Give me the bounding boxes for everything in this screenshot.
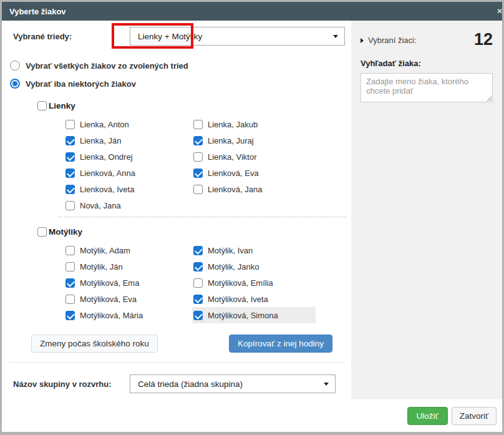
student-checkbox[interactable] <box>65 169 75 178</box>
student-checkbox[interactable] <box>193 278 203 288</box>
student-name-label: Lienka, Ján <box>80 136 122 145</box>
student-name-label: Lienková, Jana <box>208 185 262 194</box>
student-row[interactable]: Motýlik, Ján <box>64 258 188 275</box>
student-row[interactable]: Motýliková, Iveta <box>192 291 316 307</box>
close-button[interactable]: Zatvoriť <box>452 407 497 425</box>
student-row[interactable]: Motýliková, Ema <box>64 275 188 291</box>
student-row-highlighted[interactable]: Motýliková, Simona <box>192 307 316 323</box>
student-checkbox[interactable] <box>193 246 203 255</box>
student-checkbox[interactable] <box>65 185 75 194</box>
close-icon[interactable]: ✕ <box>497 7 502 16</box>
changes-during-year-button[interactable]: Zmeny počas školského roku <box>31 335 158 353</box>
search-student-label: Vyhľadať žiaka: <box>361 59 493 68</box>
student-name-label: Lienková, Eva <box>208 169 259 178</box>
chevron-down-icon <box>333 35 338 38</box>
chevron-right-icon <box>361 38 364 43</box>
student-checkbox[interactable] <box>193 136 203 145</box>
schedule-group-dropdown-value: Celá trieda (žiadna skupina) <box>138 379 243 389</box>
student-checkbox[interactable] <box>193 120 203 129</box>
student-row[interactable]: Lienka, Viktor <box>192 149 316 165</box>
sidebar-panel: Vybraní žiaci: 12 Vyhľadať žiaka: <box>351 21 502 399</box>
radio-icon[interactable] <box>10 79 20 89</box>
schedule-group-dropdown[interactable]: Celá trieda (žiadna skupina) <box>130 374 336 393</box>
dialog-content: Vybrané triedy: Lienky + Motýliky Vybrať… <box>2 21 502 399</box>
search-student-input[interactable] <box>361 73 493 102</box>
student-row[interactable]: Lienka, Ondrej <box>64 149 188 165</box>
selected-students-toggle[interactable]: Vybraní žiaci: <box>361 36 417 45</box>
student-name-label: Nová, Jana <box>80 201 121 210</box>
student-name-label: Motýlik, Janko <box>208 262 259 271</box>
student-name-label: Lienka, Ondrej <box>80 152 133 162</box>
student-name-label: Motýlik, Adam <box>80 246 130 255</box>
selected-classes-label: Vybrané triedy: <box>13 32 130 41</box>
student-name-label: Lienková, Anna <box>80 169 135 178</box>
actions-row: Zmeny počas školského roku Kopírovať z i… <box>31 335 332 353</box>
group-divider <box>58 217 346 217</box>
selected-students-count: 12 <box>474 31 493 48</box>
student-name-label: Motýliková, Iveta <box>208 295 268 304</box>
student-checkbox[interactable] <box>65 311 75 320</box>
dialog-footer: Uložiť Zatvoriť <box>2 399 502 432</box>
dialog-titlebar: Vyberte žiakov ✕ <box>2 2 502 21</box>
group-checkbox[interactable] <box>37 227 47 237</box>
student-row[interactable]: Motýlik, Adam <box>64 242 188 258</box>
mode-option-label: Vybrať iba niektorých žiakov <box>26 79 136 89</box>
student-name-label: Lienka, Juraj <box>208 136 254 145</box>
student-checkbox[interactable] <box>193 262 203 271</box>
student-checkbox[interactable] <box>65 152 75 162</box>
student-checkbox[interactable] <box>193 152 203 162</box>
student-checkbox[interactable] <box>65 136 75 145</box>
group-column-1: Lienka, Anton Lienka, Ján Lienka, Ondrej <box>64 116 192 213</box>
student-name-label: Lienka, Jakub <box>208 120 258 129</box>
radio-icon[interactable] <box>10 61 20 71</box>
student-name-label: Motýliková, Eva <box>80 295 137 304</box>
student-checkbox[interactable] <box>65 246 75 255</box>
classes-dropdown-value: Lienky + Motýliky <box>138 32 202 41</box>
student-checkbox[interactable] <box>193 311 203 320</box>
dialog-title: Vyberte žiakov <box>9 7 66 16</box>
group-checkbox[interactable] <box>37 101 47 110</box>
schedule-group-label: Názov skupiny v rozvrhu: <box>13 379 130 389</box>
student-name-label: Motýlik, Ivan <box>208 246 253 255</box>
mode-option-all-students[interactable]: Vybrať všetkých žiakov zo zvolených trie… <box>10 61 351 71</box>
student-row[interactable]: Nová, Jana <box>64 197 188 213</box>
student-checkbox[interactable] <box>65 201 75 210</box>
student-checkbox[interactable] <box>65 295 75 304</box>
student-checkbox[interactable] <box>193 295 203 304</box>
student-row[interactable]: Lienková, Anna <box>64 165 188 181</box>
student-row[interactable]: Motýlik, Ivan <box>192 242 316 258</box>
student-checkbox[interactable] <box>193 185 203 194</box>
student-row[interactable]: Motýliková, Mária <box>64 307 188 323</box>
student-name-label: Motýliková, Ema <box>80 278 139 288</box>
group-header-lienky[interactable]: Lienky <box>37 101 351 110</box>
student-row[interactable]: Lienková, Jana <box>192 181 316 197</box>
save-button[interactable]: Uložiť <box>407 407 448 425</box>
classes-dropdown[interactable]: Lienky + Motýliky <box>130 27 345 46</box>
student-checkbox[interactable] <box>65 262 75 271</box>
student-row[interactable]: Lienková, Eva <box>192 165 316 181</box>
group-column-2: Lienka, Jakub Lienka, Juraj Lienka, Vikt… <box>192 116 320 213</box>
student-row[interactable]: Motýliková, Eva <box>64 291 188 307</box>
group-column-2: Motýlik, Ivan Motýlik, Janko Motýliková,… <box>192 242 320 323</box>
student-row[interactable]: Motýlik, Janko <box>192 258 316 275</box>
student-row[interactable]: Lienka, Anton <box>64 116 188 132</box>
student-row[interactable]: Lienka, Jakub <box>192 116 316 132</box>
student-row[interactable]: Lienková, Iveta <box>64 181 188 197</box>
mode-option-some-students[interactable]: Vybrať iba niektorých žiakov <box>10 79 351 89</box>
select-students-dialog: Vyberte žiakov ✕ Vybrané triedy: Lienky … <box>0 0 504 435</box>
student-checkbox[interactable] <box>65 120 75 129</box>
group-columns: Motýlik, Adam Motýlik, Ján Motýliková, E… <box>64 242 351 323</box>
copy-from-other-lesson-button[interactable]: Kopírovať z inej hodiny <box>229 335 332 353</box>
student-name-label: Motýliková, Mária <box>80 311 143 320</box>
group-column-1: Motýlik, Adam Motýlik, Ján Motýliková, E… <box>64 242 192 323</box>
student-row[interactable]: Lienka, Juraj <box>192 132 316 149</box>
student-row[interactable]: Motýliková, Emília <box>192 275 316 291</box>
group-name-label: Motýliky <box>49 227 82 237</box>
student-name-label: Motýliková, Emília <box>208 278 273 288</box>
student-checkbox[interactable] <box>65 278 75 288</box>
chevron-down-icon <box>324 383 329 386</box>
student-row[interactable]: Lienka, Ján <box>64 132 188 149</box>
group-header-motyliky[interactable]: Motýliky <box>37 227 351 237</box>
student-checkbox[interactable] <box>193 169 203 178</box>
selected-students-summary: Vybraní žiaci: 12 <box>361 31 493 48</box>
